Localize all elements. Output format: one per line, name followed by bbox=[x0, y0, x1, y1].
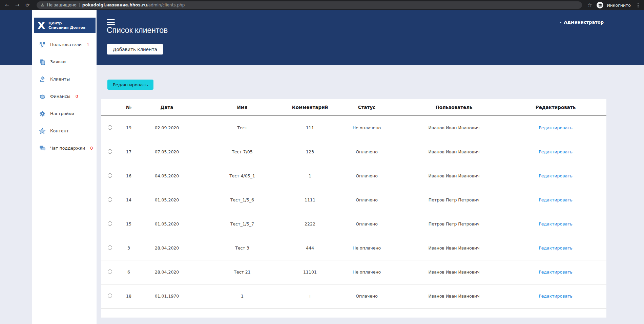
cell-name: Тест 21 bbox=[195, 260, 290, 284]
cell-num: 17 bbox=[119, 140, 139, 164]
not-secure-label[interactable]: Не защищено bbox=[47, 3, 77, 7]
row-radio[interactable] bbox=[108, 149, 112, 154]
incognito-label: Инкогнито bbox=[607, 3, 631, 8]
row-radio[interactable] bbox=[108, 125, 112, 130]
table-row: 1501.05.2020Тест_1/5_72222ОплаченоПетров… bbox=[101, 212, 606, 236]
row-radio[interactable] bbox=[108, 245, 112, 250]
cell-status: Оплачено bbox=[330, 164, 403, 188]
url-text[interactable]: pokadolgi.название.hhos.ru/admin/clients… bbox=[82, 3, 185, 7]
row-radio[interactable] bbox=[108, 173, 112, 178]
row-edit-link[interactable]: Редактировать bbox=[539, 197, 573, 202]
column-header: Комментарий bbox=[290, 99, 330, 116]
row-edit-link[interactable]: Редактировать bbox=[539, 173, 573, 178]
table-row: 328.04.2020Тест 3444Не оплаченоИванов Ив… bbox=[101, 236, 606, 260]
column-header: Статус bbox=[330, 99, 403, 116]
clients-table: №ДатаИмяКомментарийСтатусПользовательРед… bbox=[101, 99, 606, 308]
menu-toggle-icon[interactable] bbox=[107, 19, 115, 26]
cell-date: 04.05.2020 bbox=[139, 164, 195, 188]
sidebar: X Центр Списания Долгов Пользователи1Зая… bbox=[32, 10, 97, 324]
content-icon bbox=[39, 128, 46, 134]
row-radio[interactable] bbox=[108, 197, 112, 202]
reload-icon[interactable]: ⟳ bbox=[24, 0, 31, 10]
row-edit-link[interactable]: Редактировать bbox=[539, 245, 573, 251]
cell-comment: 123 bbox=[290, 140, 330, 164]
chevron-down-icon: ▾ bbox=[560, 21, 562, 24]
sidebar-item-label: Финансы bbox=[50, 94, 70, 99]
cell-date: 07.05.2020 bbox=[139, 140, 195, 164]
cell-comment: 444 bbox=[290, 236, 330, 260]
row-edit-link[interactable]: Редактировать bbox=[539, 269, 573, 275]
cell-user: Петров Петр Петрович bbox=[403, 212, 505, 236]
sidebar-item-label: Заявки bbox=[50, 59, 66, 64]
address-bar[interactable]: ⚠ Не защищено pokadolgi.название.hhos.ru… bbox=[37, 1, 582, 9]
cell-num: 19 bbox=[119, 116, 139, 140]
bookmark-star-icon[interactable]: ☆ bbox=[587, 2, 592, 8]
cell-user: Петров Петр Петрович bbox=[403, 188, 505, 212]
url-host: pokadolgi.название.hhos.ru bbox=[82, 3, 147, 7]
cell-status: Оплачено bbox=[330, 140, 403, 164]
cell-name: Тест 3 bbox=[195, 236, 290, 260]
row-edit-link[interactable]: Редактировать bbox=[539, 294, 573, 299]
sidebar-nav: Пользователи1ЗаявкиКлиентыФинансы0Настро… bbox=[32, 36, 97, 157]
forward-arrow-icon[interactable]: → bbox=[14, 0, 21, 10]
radio-column-header bbox=[101, 99, 119, 116]
sidebar-item-chat[interactable]: Чат поддержки0 bbox=[32, 139, 97, 157]
cell-name: Тест 7/05 bbox=[195, 140, 290, 164]
edit-button[interactable]: Редактировать bbox=[107, 80, 153, 90]
logo-x-mark: X bbox=[37, 20, 45, 31]
row-radio[interactable] bbox=[108, 294, 112, 298]
incognito-icon bbox=[597, 2, 603, 8]
cell-status: Оплачено bbox=[330, 212, 403, 236]
cell-comment: 111 bbox=[290, 116, 330, 140]
row-radio[interactable] bbox=[108, 269, 112, 274]
cell-comment: 11101 bbox=[290, 260, 330, 284]
table-row: 1801.01.19701+ОплаченоИванов Иван Иванов… bbox=[101, 284, 606, 308]
sidebar-item-settings[interactable]: Настройки bbox=[32, 105, 97, 122]
cell-comment: + bbox=[290, 284, 330, 308]
user-menu[interactable]: ▾ Администратор bbox=[560, 20, 604, 25]
cell-name: Тест_1/5_7 bbox=[195, 212, 290, 236]
table-row: 1902.09.2020Тест111Не оплаченоИванов Ива… bbox=[101, 116, 606, 140]
cell-user: Иванов Иван Иванович bbox=[403, 140, 505, 164]
cell-num: 3 bbox=[119, 236, 139, 260]
sidebar-item-requests[interactable]: Заявки bbox=[32, 53, 97, 70]
not-secure-warning-icon: ⚠ bbox=[41, 3, 44, 7]
row-edit-link[interactable]: Редактировать bbox=[539, 221, 573, 226]
logo-text: Центр Списания Долгов bbox=[48, 21, 85, 30]
cell-date: 02.09.2020 bbox=[139, 116, 195, 140]
add-client-button[interactable]: Добавить клиента bbox=[107, 44, 163, 55]
logo[interactable]: X Центр Списания Долгов bbox=[34, 18, 96, 33]
logo-line2: Списания Долгов bbox=[48, 25, 85, 30]
browser-menu-icon[interactable] bbox=[636, 1, 641, 9]
logo-line1: Центр bbox=[48, 21, 62, 25]
sidebar-badge: 0 bbox=[76, 94, 78, 99]
cell-name: Тест_1/5_6 bbox=[195, 188, 290, 212]
sidebar-item-content[interactable]: Контент bbox=[32, 122, 97, 139]
cell-comment: 1 bbox=[290, 164, 330, 188]
table-header-row: №ДатаИмяКомментарийСтатусПользовательРед… bbox=[101, 99, 606, 116]
cell-num: 6 bbox=[119, 260, 139, 284]
chat-icon bbox=[39, 145, 46, 152]
sidebar-badge: 0 bbox=[90, 146, 93, 151]
table-row: 628.04.2020Тест 2111101Не оплаченоИванов… bbox=[101, 260, 606, 284]
page-title: Список клиентов bbox=[107, 26, 168, 35]
sidebar-item-clients[interactable]: Клиенты bbox=[32, 70, 97, 88]
cell-status: Не оплачено bbox=[330, 236, 403, 260]
cell-user: Иванов Иван Иванович bbox=[403, 284, 505, 308]
row-edit-link[interactable]: Редактировать bbox=[539, 149, 573, 154]
sidebar-item-label: Контент bbox=[50, 128, 69, 133]
row-radio[interactable] bbox=[108, 221, 112, 226]
sidebar-item-label: Настройки bbox=[50, 111, 74, 116]
row-edit-link[interactable]: Редактировать bbox=[539, 125, 573, 130]
cell-user: Иванов Иван Иванович bbox=[403, 236, 505, 260]
cell-date: 28.04.2020 bbox=[139, 260, 195, 284]
cell-date: 01.05.2020 bbox=[139, 188, 195, 212]
sidebar-item-label: Пользователи bbox=[50, 42, 82, 47]
finances-icon bbox=[39, 93, 46, 100]
column-header: Редактировать bbox=[505, 99, 606, 116]
cell-date: 28.04.2020 bbox=[139, 236, 195, 260]
sidebar-item-users[interactable]: Пользователи1 bbox=[32, 36, 97, 53]
column-header: № bbox=[119, 99, 139, 116]
sidebar-item-finances[interactable]: Финансы0 bbox=[32, 88, 97, 105]
back-arrow-icon[interactable]: ← bbox=[3, 0, 11, 10]
